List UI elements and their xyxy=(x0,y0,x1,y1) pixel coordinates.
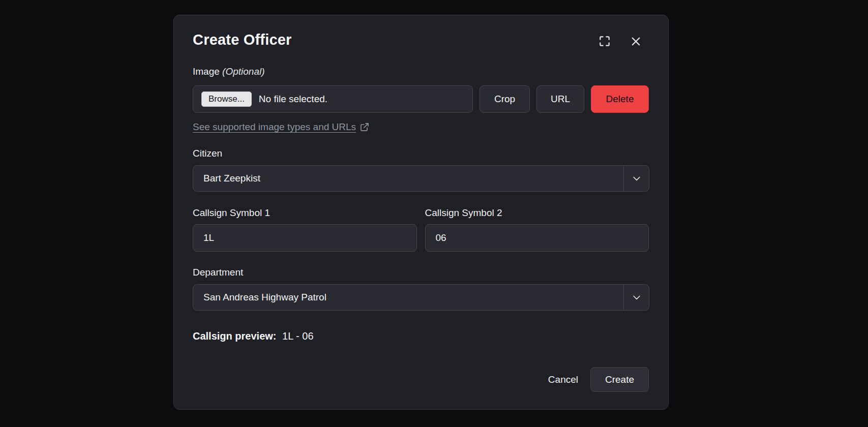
chevron-down-icon xyxy=(623,285,649,310)
cancel-button[interactable]: Cancel xyxy=(548,374,578,385)
delete-button[interactable]: Delete xyxy=(591,85,649,113)
callsign1-label: Callsign Symbol 1 xyxy=(193,207,417,219)
image-field-label: Image (Optional) xyxy=(193,66,649,78)
callsign2-input[interactable] xyxy=(425,224,649,252)
department-select-value: San Andreas Highway Patrol xyxy=(193,285,623,310)
header-icons xyxy=(598,35,642,48)
callsign1-field: Callsign Symbol 1 xyxy=(193,207,417,252)
create-button[interactable]: Create xyxy=(590,367,649,392)
callsign-preview: Callsign preview: 1L - 06 xyxy=(193,330,649,342)
citizen-select[interactable]: Bart Zeepkist xyxy=(193,165,649,192)
url-button[interactable]: URL xyxy=(536,85,584,113)
external-link-icon xyxy=(360,122,370,132)
file-status-text: No file selected. xyxy=(259,94,327,105)
citizen-label: Citizen xyxy=(193,147,649,160)
modal-header: Create Officer xyxy=(193,29,649,52)
supported-link-text: See supported image types and URLs xyxy=(193,121,356,133)
supported-link-row: See supported image types and URLs xyxy=(193,121,649,133)
callsign2-field: Callsign Symbol 2 xyxy=(425,207,649,252)
close-icon[interactable] xyxy=(630,36,642,47)
callsign2-label: Callsign Symbol 2 xyxy=(425,207,649,219)
image-label: Image xyxy=(193,66,220,77)
fullscreen-icon[interactable] xyxy=(598,35,611,48)
callsign1-input[interactable] xyxy=(193,224,417,252)
optional-label: (Optional) xyxy=(222,66,264,77)
page-title: Create Officer xyxy=(193,29,292,50)
supported-image-types-link[interactable]: See supported image types and URLs xyxy=(193,121,370,133)
crop-button[interactable]: Crop xyxy=(480,85,530,113)
callsign-row: Callsign Symbol 1 Callsign Symbol 2 xyxy=(193,207,649,252)
department-select[interactable]: San Andreas Highway Patrol xyxy=(193,284,649,311)
callsign-preview-label: Callsign preview: xyxy=(193,330,277,342)
modal-footer: Cancel Create xyxy=(193,367,649,392)
browse-button[interactable]: Browse... xyxy=(201,92,252,107)
image-upload-row: Browse... No file selected. Crop URL Del… xyxy=(193,85,649,113)
create-officer-modal: Create Officer Image (Optional) xyxy=(173,15,669,410)
chevron-down-icon xyxy=(623,166,649,191)
callsign-preview-value: 1L - 06 xyxy=(282,330,314,342)
department-label: Department xyxy=(193,266,649,279)
file-input[interactable]: Browse... No file selected. xyxy=(193,85,473,113)
citizen-select-value: Bart Zeepkist xyxy=(193,166,623,191)
